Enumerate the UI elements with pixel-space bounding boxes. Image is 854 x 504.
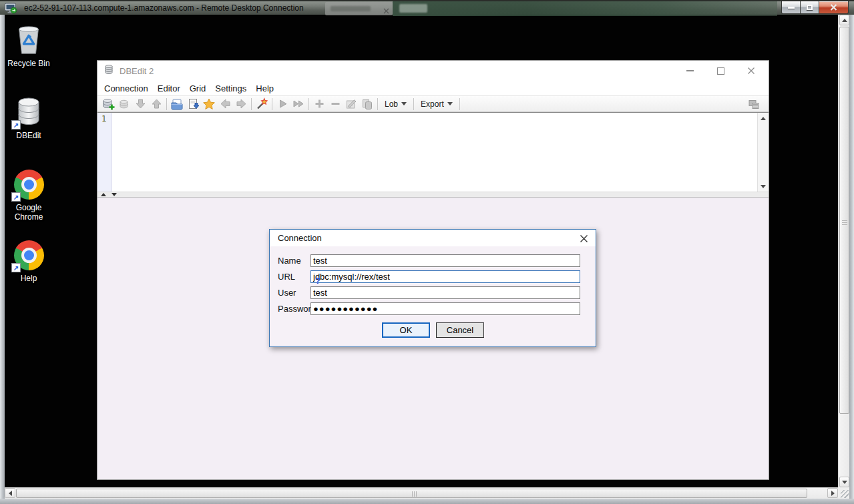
export-dropdown[interactable]: Export bbox=[416, 98, 457, 110]
rdp-restore-button[interactable] bbox=[801, 1, 819, 14]
dbedit-toolbar: Lob Export bbox=[97, 95, 769, 112]
toolbar-separator bbox=[377, 98, 378, 110]
password-input[interactable] bbox=[310, 302, 580, 315]
connection-dialog: Connection Name URL User Password OK Can… bbox=[269, 229, 596, 347]
panel-toggle-button[interactable] bbox=[746, 97, 762, 111]
ghost-tab bbox=[325, 2, 393, 15]
forward-button[interactable] bbox=[233, 97, 249, 111]
url-input[interactable] bbox=[310, 270, 580, 283]
edit-row-button[interactable] bbox=[343, 97, 359, 111]
lob-dropdown-label: Lob bbox=[385, 99, 398, 109]
scroll-down-button[interactable] bbox=[839, 477, 849, 487]
scroll-right-button[interactable] bbox=[827, 488, 838, 498]
favorites-button[interactable] bbox=[201, 97, 217, 111]
resize-corner[interactable] bbox=[838, 487, 849, 499]
cancel-button[interactable]: Cancel bbox=[436, 322, 484, 338]
back-icon bbox=[219, 97, 232, 110]
desktop-icon-recycle-bin[interactable]: Recycle Bin bbox=[1, 24, 56, 68]
scroll-left-button[interactable] bbox=[5, 488, 15, 498]
rdp-horizontal-scrollbar[interactable] bbox=[5, 487, 838, 499]
connect-database-icon bbox=[101, 97, 115, 111]
move-up-button[interactable] bbox=[148, 97, 164, 111]
vertical-scrollbar-thumb[interactable] bbox=[839, 27, 849, 414]
menu-grid[interactable]: Grid bbox=[185, 82, 211, 95]
menu-connection[interactable]: Connection bbox=[99, 82, 153, 95]
ok-button[interactable]: OK bbox=[382, 322, 430, 338]
rdp-close-button[interactable] bbox=[819, 1, 849, 14]
save-file-button[interactable] bbox=[185, 97, 201, 111]
editor-text-area[interactable] bbox=[112, 113, 769, 192]
menu-editor[interactable]: Editor bbox=[153, 82, 185, 95]
dialog-titlebar[interactable]: Connection bbox=[270, 230, 596, 246]
ghost-tab-close-icon bbox=[383, 5, 389, 17]
scrollbar-grip bbox=[842, 220, 847, 225]
back-button[interactable] bbox=[217, 97, 233, 111]
toolbar-separator bbox=[459, 98, 460, 110]
panel-icon bbox=[747, 97, 761, 111]
split-pane-divider[interactable] bbox=[97, 192, 769, 198]
format-wand-icon bbox=[255, 97, 268, 111]
run-button[interactable] bbox=[274, 97, 290, 111]
triangle-left-icon bbox=[9, 491, 12, 496]
triangle-down-icon bbox=[761, 185, 766, 188]
favorites-star-icon bbox=[202, 97, 216, 111]
dbedit-titlebar[interactable]: DBEdit 2 bbox=[97, 61, 769, 81]
editor-vertical-scrollbar[interactable] bbox=[757, 113, 769, 192]
connect-database-button[interactable] bbox=[100, 97, 116, 111]
save-file-icon bbox=[186, 97, 200, 111]
move-down-button[interactable] bbox=[132, 97, 148, 111]
rdp-window-title: ec2-52-91-107-113.compute-1.amazonaws.co… bbox=[24, 3, 304, 13]
desktop-icon-google-chrome[interactable]: ↗ Google Chrome bbox=[1, 168, 56, 222]
delete-row-button[interactable] bbox=[327, 97, 343, 111]
editor-line-gutter: 1 bbox=[97, 113, 112, 192]
format-sql-button[interactable] bbox=[254, 97, 270, 111]
toolbar-separator bbox=[308, 98, 309, 110]
rdp-frame-right bbox=[849, 15, 854, 504]
disconnect-database-button[interactable] bbox=[116, 97, 132, 111]
collapse-down-icon[interactable] bbox=[112, 193, 117, 196]
delete-row-icon bbox=[329, 97, 342, 110]
name-label: Name bbox=[278, 256, 310, 266]
desktop-icon-label: Recycle Bin bbox=[7, 59, 49, 68]
shortcut-arrow-icon: ↗ bbox=[11, 263, 21, 272]
resize-grip-icon bbox=[841, 490, 849, 498]
insert-row-button[interactable] bbox=[311, 97, 327, 111]
name-input[interactable] bbox=[310, 254, 580, 267]
menu-help[interactable]: Help bbox=[251, 82, 278, 95]
duplicate-row-button[interactable] bbox=[359, 97, 375, 111]
editor-scroll-down-button[interactable] bbox=[758, 182, 769, 191]
collapse-up-icon[interactable] bbox=[101, 193, 106, 196]
dialog-close-button[interactable] bbox=[578, 233, 589, 244]
name-field-row: Name bbox=[278, 254, 580, 267]
horizontal-scrollbar-thumb[interactable] bbox=[16, 489, 807, 498]
desktop-icon-help[interactable]: ↗ Help bbox=[1, 239, 56, 283]
run-all-button[interactable] bbox=[290, 97, 306, 111]
toolbar-separator bbox=[413, 98, 414, 110]
menu-settings[interactable]: Settings bbox=[210, 82, 251, 95]
close-icon bbox=[747, 67, 755, 75]
rdp-vertical-scrollbar[interactable] bbox=[838, 15, 849, 487]
user-label: User bbox=[278, 288, 310, 298]
toolbar-separator bbox=[272, 98, 272, 110]
editor-scroll-up-button[interactable] bbox=[758, 113, 769, 123]
rdp-frame-left bbox=[0, 15, 5, 504]
remote-desktop-icon bbox=[5, 3, 17, 17]
restore-icon bbox=[807, 5, 813, 10]
disconnect-database-icon bbox=[118, 97, 131, 111]
lob-dropdown[interactable]: Lob bbox=[380, 98, 411, 110]
desktop-icon-label: Help bbox=[21, 274, 37, 283]
close-icon bbox=[580, 234, 588, 243]
open-file-button[interactable] bbox=[169, 97, 185, 111]
maximize-icon bbox=[717, 67, 724, 75]
ghost-background bbox=[393, 1, 777, 16]
dbedit-maximize-button[interactable] bbox=[715, 65, 726, 76]
dbedit-minimize-button[interactable] bbox=[684, 65, 695, 76]
move-up-icon bbox=[150, 97, 163, 110]
rdp-minimize-button[interactable] bbox=[781, 1, 801, 14]
dbedit-close-button[interactable] bbox=[746, 65, 757, 76]
user-input[interactable] bbox=[310, 286, 580, 299]
url-help-link[interactable]: ? bbox=[315, 276, 321, 286]
sql-editor[interactable]: 1 bbox=[97, 112, 769, 192]
scroll-up-button[interactable] bbox=[839, 15, 849, 25]
desktop-icon-dbedit[interactable]: ↗ DBEdit bbox=[1, 96, 56, 140]
